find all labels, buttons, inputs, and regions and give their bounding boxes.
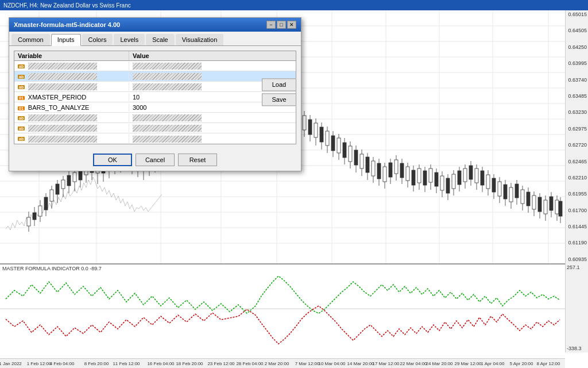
type-icon-ab: ab [18, 75, 25, 79]
date-tick-17: 29 Mar 12:00 [454, 361, 481, 366]
table-row[interactable]: ab [14, 61, 296, 71]
tab-visualization[interactable]: Visualization [176, 34, 224, 45]
row7-value [129, 124, 296, 132]
svg-rect-182 [475, 168, 478, 183]
svg-rect-130 [326, 131, 329, 145]
svg-rect-152 [389, 163, 392, 177]
minimize-button[interactable]: − [266, 21, 276, 29]
svg-rect-154 [394, 160, 398, 174]
date-tick-1: 1 Jan 2022 [0, 361, 22, 366]
tab-levels[interactable]: Levels [114, 34, 145, 45]
date-tick-14: 17 Mar 12:00 [372, 361, 399, 366]
oscillator-svg [0, 264, 565, 352]
svg-rect-170 [440, 176, 444, 190]
date-tick-11: 7 Mar 12:00 [295, 361, 320, 366]
row7-variable: ab [14, 124, 129, 132]
svg-rect-38 [61, 180, 65, 189]
svg-rect-164 [423, 171, 427, 185]
svg-rect-162 [417, 168, 421, 183]
svg-rect-166 [429, 168, 432, 182]
osc-level-low: -338.3 [567, 346, 587, 351]
price-level-15: 0.61190 [567, 240, 587, 246]
price-level-14: 0.61445 [567, 224, 587, 229]
tab-inputs[interactable]: Inputs [51, 34, 81, 46]
tab-colors[interactable]: Colors [82, 34, 113, 45]
indicator-dialog[interactable]: Xmaster-formula-mt5-indicator 4.00 − □ ✕… [9, 17, 301, 171]
svg-rect-156 [400, 163, 404, 178]
reset-button[interactable]: Reset [178, 154, 217, 166]
svg-rect-136 [343, 143, 346, 158]
svg-rect-28 [33, 213, 36, 220]
svg-rect-176 [458, 171, 461, 185]
type-icon-ab: ab [18, 116, 25, 120]
svg-rect-42 [73, 172, 76, 182]
date-tick-4: 8 Feb 20:00 [84, 361, 109, 366]
hatch-var [28, 114, 97, 121]
table-row[interactable]: ab [14, 113, 296, 123]
table-row[interactable]: 01 XMASTER_PERIOD 10 [14, 92, 296, 102]
hatch-val [133, 83, 202, 90]
type-icon-01: 01 [18, 106, 25, 110]
table-row[interactable]: 01 BARS_TO_ANALYZE 3000 [14, 102, 296, 113]
svg-rect-208 [550, 197, 553, 210]
date-tick-19: 5 Apr 20:00 [510, 361, 533, 366]
svg-rect-128 [320, 127, 323, 142]
price-level-11: 0.62210 [567, 175, 587, 181]
svg-rect-32 [44, 197, 48, 210]
price-level-1: 0.65015 [567, 12, 587, 17]
svg-rect-192 [504, 185, 507, 199]
svg-rect-40 [67, 175, 71, 186]
row6-value [129, 113, 296, 122]
load-button[interactable]: Load [262, 78, 296, 91]
table-header: Variable Value [14, 51, 296, 61]
row5-variable: 01 BARS_TO_ANALYZE [14, 103, 129, 112]
cancel-button[interactable]: Cancel [136, 154, 175, 166]
table-row[interactable]: ab [14, 133, 296, 144]
table-row[interactable]: ab [14, 82, 296, 92]
save-button[interactable]: Save [262, 93, 296, 106]
bottom-buttons: OK Cancel Reset [9, 149, 301, 171]
chart-title: NZDCHF, H4: New Zealand Dollar vs Swiss … [3, 2, 131, 9]
price-level-3: 0.64250 [567, 44, 587, 50]
svg-rect-160 [412, 170, 415, 185]
dialog-title: Xmaster-formula-mt5-indicator 4.00 [14, 21, 120, 28]
price-axis: 0.65015 0.64505 0.64250 0.63995 0.63740 … [565, 10, 588, 263]
svg-rect-212 [559, 201, 562, 216]
table-row[interactable]: ab [14, 71, 296, 82]
svg-rect-126 [314, 123, 318, 137]
svg-rect-132 [331, 136, 335, 151]
svg-rect-138 [349, 146, 352, 162]
svg-rect-36 [56, 184, 59, 194]
ok-button[interactable]: OK [93, 154, 132, 166]
dialog-controls: − □ ✕ [266, 21, 296, 29]
date-tick-13: 14 Mar 20:00 [347, 361, 374, 366]
tab-scale[interactable]: Scale [146, 34, 175, 45]
hatch-val [133, 73, 202, 80]
type-icon-ab: ab [18, 126, 25, 131]
close-button[interactable]: ✕ [287, 21, 296, 29]
osc-level-high: 257.1 [567, 264, 587, 270]
row4-variable: 01 XMASTER_PERIOD [14, 93, 129, 101]
svg-rect-210 [555, 200, 559, 214]
price-level-8: 0.62975 [567, 126, 587, 132]
type-icon-ab: ab [18, 64, 25, 68]
svg-rect-144 [366, 157, 369, 172]
dialog-titlebar: Xmaster-formula-mt5-indicator 4.00 − □ ✕ [9, 18, 301, 32]
tabs-bar: Common Inputs Colors Levels Scale Visual… [9, 32, 301, 46]
maximize-button[interactable]: □ [277, 21, 286, 29]
tab-common[interactable]: Common [11, 34, 50, 45]
price-level-7: 0.63230 [567, 109, 587, 115]
price-level-13: 0.61700 [567, 208, 587, 213]
price-level-2: 0.64505 [567, 28, 587, 33]
type-icon-ab: ab [18, 85, 25, 89]
price-level-16: 0.60935 [567, 256, 587, 262]
svg-rect-200 [527, 192, 530, 206]
svg-rect-122 [303, 116, 306, 130]
side-buttons: Load Save [262, 78, 296, 106]
svg-rect-204 [538, 197, 541, 212]
svg-rect-146 [372, 161, 375, 176]
date-tick-12: 10 Mar 04:00 [318, 361, 345, 366]
table-row[interactable]: ab [14, 123, 296, 133]
hatch-val [133, 114, 202, 121]
row2-variable: ab [14, 72, 129, 80]
